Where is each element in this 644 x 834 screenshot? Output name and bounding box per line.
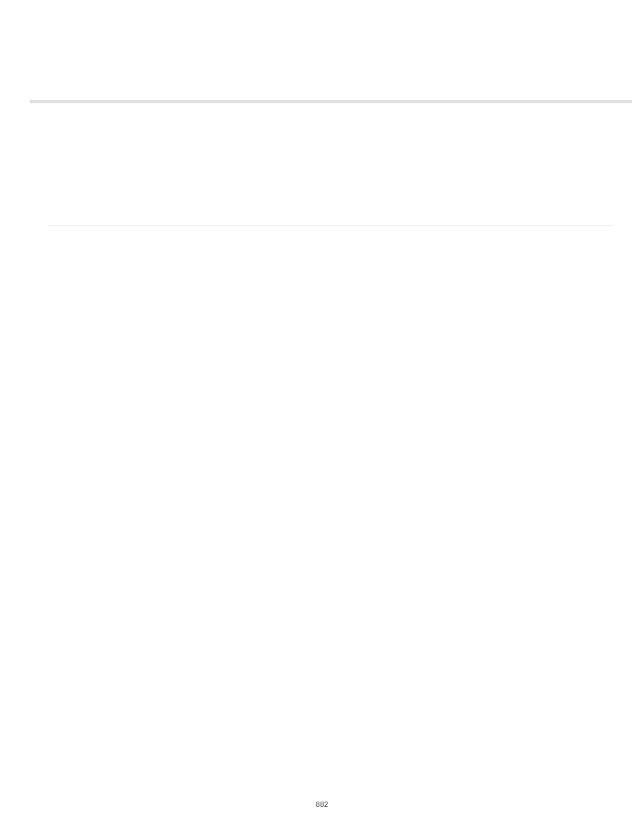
horizontal-rule xyxy=(47,226,613,226)
top-divider-bar xyxy=(30,100,632,103)
page-number: 882 xyxy=(0,800,644,808)
